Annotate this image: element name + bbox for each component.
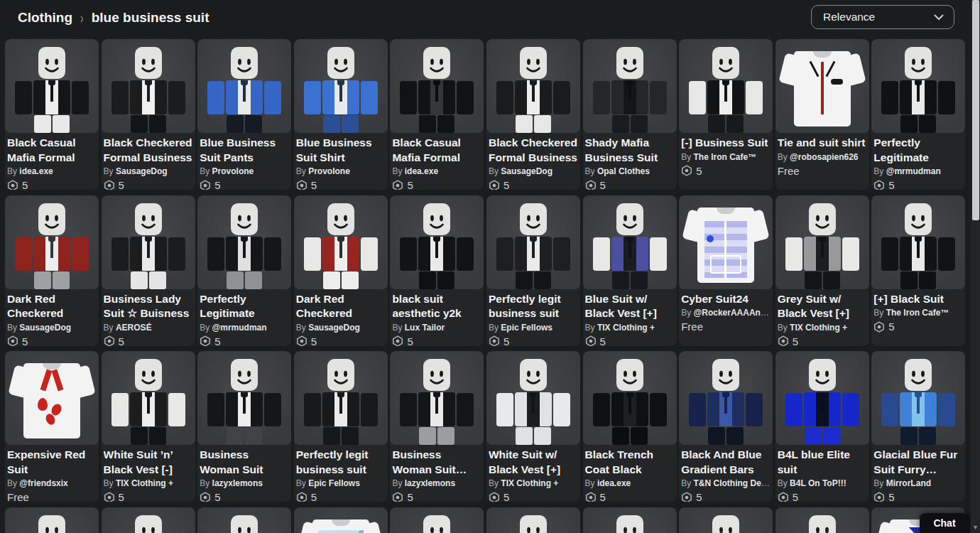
item-card[interactable]: Perfectly Legitimate By @mrmudman 5 bbox=[871, 39, 965, 190]
item-card[interactable]: Perfectly Legitimate By @mrmudman 5 bbox=[197, 195, 291, 346]
scrollbar[interactable]: ▾ bbox=[971, 0, 980, 533]
item-creator[interactable]: @mrmudman bbox=[212, 323, 267, 333]
item-creator[interactable]: The Iron Cafe™ bbox=[694, 152, 757, 162]
item-creator[interactable]: TIX Clothing + bbox=[116, 478, 173, 488]
item-creator[interactable]: B4L On ToP!!! bbox=[790, 478, 846, 488]
avatar-tie-knot bbox=[626, 80, 633, 85]
item-card[interactable]: Perfectly legit business suit By Epic Fe… bbox=[294, 351, 388, 502]
tie-graphic bbox=[821, 62, 824, 114]
item-creator[interactable]: Opal Clothes bbox=[597, 166, 650, 176]
item-creator[interactable]: idea.exe bbox=[405, 166, 438, 176]
tshirt-body bbox=[23, 363, 80, 438]
item-title: B4L blue Elite suit bbox=[778, 448, 867, 477]
item-creator[interactable]: Epic Fellows bbox=[308, 478, 360, 488]
item-creator[interactable]: TIX Clothing + bbox=[790, 323, 847, 333]
price-amount: 5 bbox=[119, 491, 124, 502]
item-title: Cyber Suit24 bbox=[681, 292, 771, 307]
avatar-arm-left bbox=[496, 237, 513, 271]
item-card[interactable]: [+] Black Suit By The Iron Cafe™ 5 bbox=[871, 195, 965, 346]
avatar-arm-right bbox=[650, 81, 667, 114]
item-card[interactable]: Business Woman Suit [Shirt] By lazyxlemo… bbox=[390, 351, 484, 502]
sort-dropdown[interactable]: Relevance bbox=[811, 5, 954, 29]
item-creator-line: By Epic Fellows bbox=[296, 478, 386, 488]
item-creator[interactable]: SausageDog bbox=[501, 166, 552, 176]
avatar-leg-right bbox=[437, 115, 454, 133]
item-card[interactable] bbox=[197, 507, 291, 533]
breadcrumb-category[interactable]: Clothing bbox=[18, 10, 72, 26]
avatar-arm-right bbox=[72, 237, 89, 271]
item-creator[interactable]: TIX Clothing + bbox=[597, 323, 655, 333]
item-card[interactable] bbox=[679, 507, 773, 533]
item-card[interactable]: Business Woman Suit By lazyxlemons 5 bbox=[197, 351, 291, 502]
item-creator[interactable]: Epic Fellows bbox=[501, 323, 552, 333]
item-creator[interactable]: SausageDog bbox=[308, 323, 360, 333]
item-card[interactable]: Blue Business Suit Shirt By Provolone 5 bbox=[294, 39, 388, 190]
item-card[interactable] bbox=[5, 507, 99, 533]
item-creator[interactable]: MirrorLand bbox=[886, 478, 931, 488]
avatar-head bbox=[38, 203, 65, 235]
item-card[interactable]: White Suit ’n’ Black Vest [-] By TIX Clo… bbox=[102, 351, 195, 502]
item-card[interactable]: B4L blue Elite suit By B4L On ToP!!! 5 bbox=[775, 351, 869, 502]
item-card[interactable]: Black Casual Mafia Formal By idea.exe 5 bbox=[390, 39, 484, 190]
item-card[interactable]: Blue Business Suit Pants By Provolone 5 bbox=[197, 39, 291, 190]
item-creator[interactable]: @robosapien626 bbox=[790, 152, 858, 162]
item-card[interactable]: Blue Suit w/ Black Vest [+] By TIX Cloth… bbox=[583, 195, 677, 346]
item-card[interactable]: Business Lady Suit ☆ Buisness By AEROSÉ … bbox=[102, 195, 195, 346]
item-creator[interactable]: Provolone bbox=[308, 166, 350, 176]
item-creator[interactable]: @friendsxix bbox=[19, 478, 67, 488]
item-creator[interactable]: @mrmudman bbox=[886, 166, 941, 176]
item-title: Perfectly Legitimate bbox=[200, 292, 289, 321]
item-creator[interactable]: @RockerAAAAnnnn bbox=[694, 308, 771, 318]
item-card[interactable]: Dark Red Checkered By SausageDog 5 bbox=[294, 195, 388, 346]
item-thumbnail bbox=[5, 195, 99, 289]
item-creator[interactable]: Provolone bbox=[212, 166, 254, 176]
avatar-tie-knot bbox=[337, 237, 344, 242]
avatar-arm-right bbox=[264, 81, 281, 114]
item-card[interactable]: Black Checkered Formal Business By Sausa… bbox=[486, 39, 580, 190]
item-creator[interactable]: The Iron Cafe™ bbox=[886, 308, 949, 318]
scrollbar-down-arrow[interactable]: ▾ bbox=[971, 522, 980, 532]
avatar-head bbox=[616, 47, 643, 79]
avatar-face bbox=[423, 359, 450, 391]
item-card[interactable]: Black Checkered Formal Business By Sausa… bbox=[102, 39, 195, 190]
item-card[interactable] bbox=[583, 507, 677, 533]
item-creator[interactable]: AEROSÉ bbox=[116, 323, 152, 333]
item-creator[interactable]: idea.exe bbox=[19, 166, 53, 176]
item-card[interactable]: Expensive Red Suit By @friendsxix Free bbox=[5, 351, 99, 502]
item-price: 5 bbox=[778, 491, 867, 502]
item-card[interactable]: Dark Red Checkered By SausageDog 5 bbox=[5, 195, 99, 346]
item-card[interactable] bbox=[486, 507, 580, 533]
item-card[interactable] bbox=[390, 507, 484, 533]
item-card[interactable]: Cyber Suit24 By @RockerAAAAnnnn Free bbox=[679, 195, 773, 346]
item-creator[interactable]: SausageDog bbox=[19, 323, 71, 333]
item-card[interactable]: Black Trench Coat Black By idea.exe 5 bbox=[583, 351, 677, 502]
item-creator[interactable]: SausageDog bbox=[116, 166, 168, 176]
item-creator[interactable]: lazyxlemons bbox=[212, 478, 263, 488]
item-thumbnail bbox=[294, 351, 388, 445]
item-card[interactable] bbox=[775, 507, 869, 533]
item-creator[interactable]: T&N Clothing Desi… bbox=[694, 478, 771, 488]
item-creator[interactable]: lazyxlemons bbox=[405, 478, 455, 488]
item-card[interactable]: black suit aesthetic y2k By Lux Tailor 5 bbox=[390, 195, 484, 346]
item-card[interactable] bbox=[294, 507, 388, 533]
item-title: Dark Red Checkered bbox=[296, 292, 386, 321]
item-title: Business Lady Suit ☆ Buisness bbox=[104, 292, 193, 321]
robux-icon bbox=[392, 492, 403, 502]
item-card[interactable]: Grey Suit w/ Black Vest [+] By TIX Cloth… bbox=[775, 195, 869, 346]
item-card[interactable]: Tie and suit shirt By @robosapien626 Fre… bbox=[775, 39, 869, 190]
item-card[interactable] bbox=[102, 507, 195, 533]
results-grid: Black Casual Mafia Formal By idea.exe 5 … bbox=[5, 39, 965, 533]
item-card[interactable]: Black Casual Mafia Formal By idea.exe 5 bbox=[5, 39, 99, 190]
scrollbar-thumb[interactable] bbox=[972, 0, 979, 220]
item-creator[interactable]: idea.exe bbox=[597, 478, 631, 488]
item-card[interactable]: Shady Mafia Business Suit By Opal Clothe… bbox=[583, 39, 677, 190]
chat-button[interactable]: Chat bbox=[920, 513, 969, 533]
item-card[interactable]: Black And Blue Gradient Bars By T&N Clot… bbox=[679, 351, 773, 502]
item-creator[interactable]: TIX Clothing + bbox=[501, 478, 558, 488]
item-card[interactable]: Perfectly legit business suit By Epic Fe… bbox=[486, 195, 580, 346]
item-card[interactable]: Glacial Blue Fur Suit Furry Fursuit By M… bbox=[871, 351, 965, 502]
item-card[interactable]: White Suit w/ Black Vest [+] By TIX Clot… bbox=[486, 351, 580, 502]
item-creator[interactable]: Lux Tailor bbox=[405, 323, 445, 333]
by-label: By bbox=[200, 166, 209, 176]
item-card[interactable]: [-] Business Suit By The Iron Cafe™ 5 bbox=[679, 39, 773, 190]
